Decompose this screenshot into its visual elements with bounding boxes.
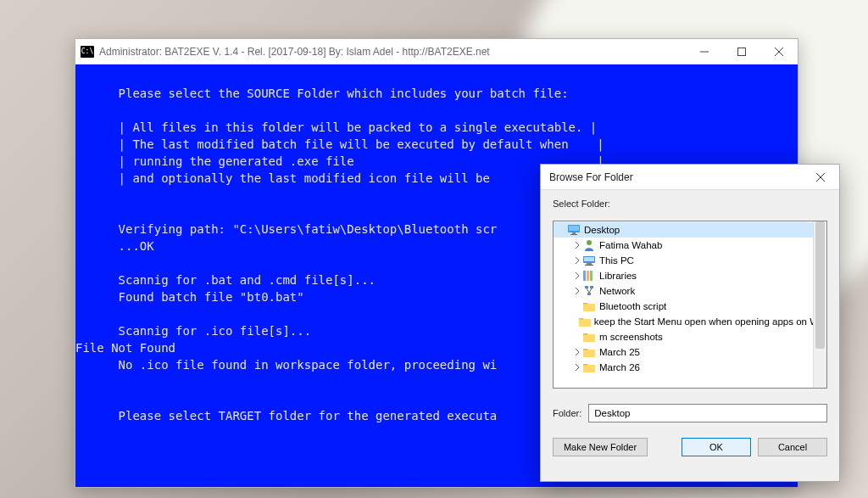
cmd-icon: C:\ xyxy=(81,46,94,58)
user-icon xyxy=(582,239,596,251)
tree-item-label: keep the Start Menu open when opening ap… xyxy=(594,316,826,327)
folder-tree[interactable]: DesktopFatima WahabThis PCLibrariesNetwo… xyxy=(553,221,827,389)
maximize-icon xyxy=(737,48,746,56)
expand-icon[interactable] xyxy=(572,364,582,371)
tree-item[interactable]: Desktop xyxy=(554,222,826,238)
tree-item[interactable]: Bluetooth script xyxy=(554,299,826,314)
tree-item[interactable]: Fatima Wahab xyxy=(554,238,826,253)
tree-scrollbar[interactable] xyxy=(813,221,826,388)
folder-icon xyxy=(582,362,596,372)
expand-icon[interactable] xyxy=(572,349,582,355)
tree-item[interactable]: This PC xyxy=(554,253,826,268)
svg-rect-14 xyxy=(585,265,593,266)
svg-rect-18 xyxy=(585,286,588,288)
svg-rect-20 xyxy=(587,293,591,295)
svg-rect-16 xyxy=(587,271,589,281)
svg-rect-23 xyxy=(583,303,587,305)
svg-rect-9 xyxy=(570,234,577,235)
svg-line-21 xyxy=(587,288,589,293)
svg-rect-1 xyxy=(738,48,746,55)
svg-rect-13 xyxy=(587,263,592,265)
tree-item-label: m screenshots xyxy=(599,332,663,342)
maximize-button[interactable] xyxy=(723,39,760,64)
console-title: Administrator: BAT2EXE V. 1.4 - Rel. [20… xyxy=(99,46,686,58)
tree-item-label: Fatima Wahab xyxy=(599,240,662,250)
tree-item-label: This PC xyxy=(599,255,634,266)
folder-input[interactable] xyxy=(588,404,827,422)
tree-item-label: Bluetooth script xyxy=(599,301,666,311)
svg-rect-12 xyxy=(584,257,594,261)
libraries-icon xyxy=(582,271,596,281)
desktop-icon xyxy=(567,225,581,235)
console-titlebar[interactable]: C:\ Administrator: BAT2EXE V. 1.4 - Rel.… xyxy=(75,39,798,64)
folder-icon xyxy=(582,332,596,342)
svg-rect-7 xyxy=(569,226,579,231)
svg-line-22 xyxy=(589,288,592,293)
pc-icon xyxy=(582,255,596,266)
svg-rect-17 xyxy=(590,271,593,281)
minimize-icon xyxy=(700,48,709,56)
expand-icon[interactable] xyxy=(572,257,582,264)
expand-icon[interactable] xyxy=(572,272,582,279)
svg-rect-26 xyxy=(583,349,587,350)
tree-item-label: Libraries xyxy=(599,271,637,281)
window-buttons xyxy=(686,39,798,64)
svg-rect-24 xyxy=(579,318,583,320)
ok-button[interactable]: OK xyxy=(682,438,751,456)
tree-scroll-thumb[interactable] xyxy=(815,221,825,349)
folder-field-label: Folder: xyxy=(553,408,581,418)
tree-item[interactable]: m screenshots xyxy=(554,329,826,344)
close-button[interactable] xyxy=(760,39,798,64)
tree-item-label: March 26 xyxy=(599,362,640,372)
tree-item-label: March 25 xyxy=(599,347,640,357)
dialog-title: Browse For Folder xyxy=(549,171,802,183)
cancel-button[interactable]: Cancel xyxy=(758,438,827,456)
tree-item[interactable]: Network xyxy=(554,283,826,299)
dialog-titlebar[interactable]: Browse For Folder xyxy=(541,165,839,190)
svg-rect-25 xyxy=(583,333,587,335)
svg-rect-27 xyxy=(583,364,587,366)
tree-item[interactable]: keep the Start Menu open when opening ap… xyxy=(554,314,826,329)
folder-icon xyxy=(582,347,596,357)
expand-icon[interactable] xyxy=(572,288,582,294)
minimize-button[interactable] xyxy=(686,39,723,64)
dialog-close-button[interactable] xyxy=(802,165,839,190)
svg-rect-19 xyxy=(590,286,593,288)
tree-item[interactable]: March 26 xyxy=(554,360,826,375)
network-icon xyxy=(582,286,596,296)
tree-item[interactable]: March 25 xyxy=(554,344,826,360)
close-icon xyxy=(816,173,825,182)
folder-icon xyxy=(579,316,591,327)
svg-rect-15 xyxy=(583,271,586,281)
svg-point-10 xyxy=(587,240,592,245)
expand-icon[interactable] xyxy=(572,242,582,249)
make-new-folder-button[interactable]: Make New Folder xyxy=(553,438,648,456)
tree-item[interactable]: Libraries xyxy=(554,268,826,283)
folder-icon xyxy=(582,301,596,311)
dialog-prompt: Select Folder: xyxy=(553,199,827,209)
tree-item-label: Network xyxy=(599,286,635,296)
browse-folder-dialog: Browse For Folder Select Folder: Desktop… xyxy=(540,164,840,482)
svg-rect-8 xyxy=(572,232,576,234)
close-icon xyxy=(775,48,783,56)
tree-item-label: Desktop xyxy=(584,225,620,235)
